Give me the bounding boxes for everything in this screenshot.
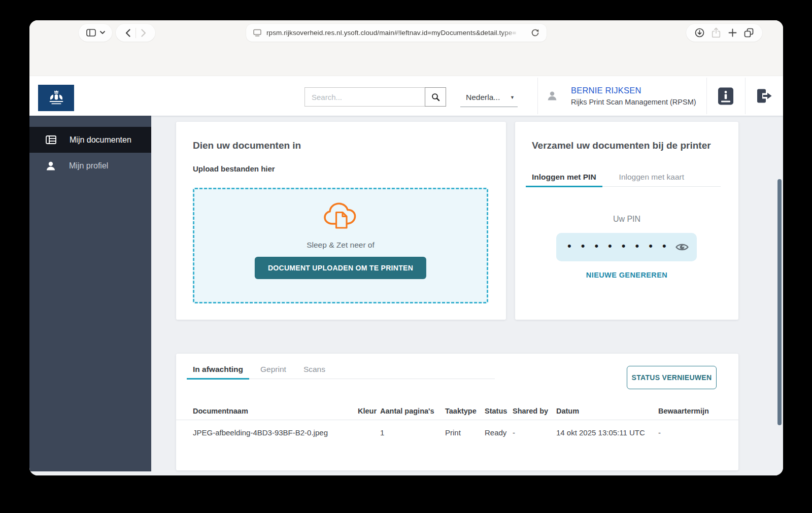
language-label: Nederla... — [466, 93, 500, 102]
back-icon[interactable] — [125, 29, 130, 37]
tab-scans[interactable]: Scans — [297, 365, 331, 380]
upload-document-button[interactable]: DOCUMENT UPLOADEN OM TE PRINTEN — [255, 257, 426, 279]
table-row[interactable]: JPEG-afbeelding-4BD3-93BF-B2-0.jpeg 1 Pr… — [176, 420, 738, 445]
documents-card: In afwachting Geprint Scans STATUS VERNI… — [176, 354, 738, 470]
col-kleur: Kleur — [358, 407, 380, 415]
printer-card-title: Verzamel uw documenten bij de printer — [532, 140, 711, 151]
cell-datum: 14 okt 2025 13:05:11 UTC — [556, 428, 658, 437]
toolbar-actions-group — [686, 24, 762, 42]
cell-shared-by: - — [513, 428, 556, 437]
login-tabs: Inloggen met PIN Inloggen met kaart — [526, 173, 721, 187]
share-icon[interactable] — [712, 27, 721, 38]
cloud-upload-icon — [321, 200, 360, 233]
chevron-down-icon[interactable] — [100, 31, 105, 35]
url-text: rpsm.rijksoverheid.res.nl.ysoft.cloud/ma… — [266, 29, 526, 37]
sidebar-toggle-icon[interactable] — [86, 29, 96, 37]
browser-toolbar: rpsm.rijksoverheid.res.nl.ysoft.cloud/ma… — [29, 20, 783, 76]
new-tab-icon[interactable] — [728, 28, 737, 37]
col-documentnaam: Documentnaam — [193, 407, 358, 415]
cell-documentnaam: JPEG-afbeelding-4BD3-93BF-B2-0.jpeg — [193, 428, 358, 437]
color-wheel-icon — [358, 428, 380, 437]
cell-bewaartermijn: - — [658, 428, 728, 437]
col-datum: Datum — [556, 407, 658, 415]
app-body: Mijn documenten Mijn profiel Dien uw doc… — [29, 116, 783, 475]
nav-separator — [136, 28, 136, 38]
tab-inloggen-met-kaart[interactable]: Inloggen met kaart — [613, 173, 690, 187]
cell-aantal-paginas: 1 — [380, 428, 445, 437]
app-header: Nederla... ▼ BERNIE RIJKSEN Rijks Print … — [29, 76, 783, 116]
sidebar-item-mijn-documenten[interactable]: Mijn documenten — [29, 127, 151, 153]
user-menu[interactable]: BERNIE RIJKSEN Rijks Print Scan Manageme… — [534, 76, 696, 116]
generate-new-pin-link[interactable]: NIEUWE GENEREREN — [515, 271, 738, 279]
caret-down-icon: ▼ — [510, 95, 515, 100]
pin-field: •••••••• — [556, 233, 697, 261]
documents-tabs: In afwachting Geprint Scans — [187, 365, 495, 379]
search-button[interactable] — [425, 87, 446, 107]
col-aantal-paginas: Aantal pagina's — [380, 407, 445, 415]
tabs-overview-icon[interactable] — [744, 28, 754, 38]
col-taaktype: Taaktype — [445, 407, 485, 415]
manual-book-icon — [718, 87, 733, 105]
rijksoverheid-logo — [38, 85, 74, 111]
refresh-status-button[interactable]: STATUS VERNIEUWEN — [627, 366, 717, 389]
col-bewaartermijn: Bewaartermijn — [658, 407, 728, 415]
col-shared-by: Shared by — [513, 407, 556, 415]
pin-label: Uw PIN — [515, 215, 738, 224]
user-avatar-icon — [547, 90, 558, 101]
sidebar-item-label: Mijn profiel — [69, 161, 108, 170]
tab-geprint[interactable]: Geprint — [254, 365, 292, 380]
nav-buttons-group — [116, 24, 155, 42]
upload-dropzone[interactable]: Sleep & Zet neer of DOCUMENT UPLOADEN OM… — [193, 188, 488, 303]
sidebar-nav: Mijn documenten Mijn profiel — [29, 116, 151, 471]
forward-icon[interactable] — [141, 29, 146, 37]
pin-masked-value: •••••••• — [556, 241, 675, 252]
col-status: Status — [485, 407, 513, 415]
sidebar-item-mijn-profiel[interactable]: Mijn profiel — [29, 153, 151, 179]
cell-status: Ready — [485, 428, 513, 437]
table-header-row: Documentnaam Kleur Aantal pagina's Taakt… — [176, 402, 738, 420]
page-icon[interactable] — [253, 29, 261, 37]
logout-icon — [756, 88, 772, 104]
show-pin-eye-icon[interactable] — [675, 243, 689, 252]
scrollbar-thumb[interactable] — [777, 179, 782, 425]
tab-in-afwachting[interactable]: In afwachting — [187, 365, 249, 380]
logout-button[interactable] — [745, 76, 783, 116]
search-input[interactable] — [304, 87, 425, 107]
sidebar-item-label: Mijn documenten — [70, 135, 131, 145]
documents-table-icon — [46, 135, 56, 144]
sidebar-toggle-group — [79, 24, 112, 42]
user-role: Rijks Print Scan Management (RPSM) — [571, 98, 696, 106]
dropzone-hint: Sleep & Zet neer of — [194, 241, 487, 250]
reload-icon[interactable] — [531, 28, 539, 37]
upload-card-subtitle: Upload bestanden hier — [193, 164, 275, 173]
printer-card: Verzamel uw documenten bij de printer In… — [515, 122, 738, 320]
header-search — [304, 87, 446, 107]
download-icon[interactable] — [695, 28, 704, 38]
profile-person-icon — [46, 161, 56, 170]
tab-inloggen-met-pin[interactable]: Inloggen met PIN — [526, 173, 602, 187]
browser-window: rpsm.rijksoverheid.res.nl.ysoft.cloud/ma… — [29, 20, 783, 475]
upload-card-title: Dien uw documenten in — [193, 140, 301, 151]
cell-taaktype: Print — [445, 428, 485, 437]
language-dropdown[interactable]: Nederla... ▼ — [460, 88, 518, 107]
help-manual-button[interactable] — [706, 76, 745, 116]
search-icon — [431, 93, 440, 101]
upload-card: Dien uw documenten in Upload bestanden h… — [176, 122, 506, 320]
address-bar[interactable]: rpsm.rijksoverheid.res.nl.ysoft.cloud/ma… — [246, 24, 547, 42]
user-name: BERNIE RIJKSEN — [571, 86, 696, 95]
